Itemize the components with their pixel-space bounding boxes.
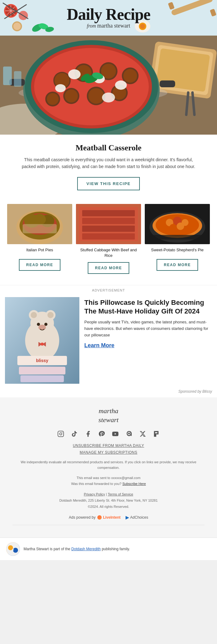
svg-point-37 (123, 69, 137, 83)
footer-legal: Privacy Policy | Terms of Service Dotdas… (12, 491, 205, 510)
adchoices-label: AdChoices (130, 515, 148, 520)
svg-point-105 (60, 433, 62, 435)
header-banner: Daily Recipe from martha stewart (0, 0, 217, 36)
subscribe-here-link[interactable]: Subscribe Here (122, 482, 146, 486)
svg-text:D: D (12, 548, 14, 551)
read-more-btn-2[interactable]: READ MORE (88, 262, 130, 274)
advertisement-section: ADVERTISEMENT (0, 285, 217, 397)
card-image-2 (76, 204, 141, 244)
liveintent-logo[interactable]: LiveIntent (97, 515, 121, 520)
svg-point-66 (33, 214, 46, 225)
svg-text:blissy: blissy (36, 358, 48, 363)
svg-rect-104 (58, 431, 64, 437)
recipe-card-3: Sweet-Potato Shepherd's Pie READ MORE (145, 204, 210, 274)
svg-point-50 (102, 93, 115, 102)
recipe-title: Meatball Casserole (19, 143, 198, 153)
svg-rect-67 (23, 224, 57, 233)
footer-email-info: This email was sent to xxxxxx@gmail.com … (12, 475, 205, 487)
card-title-3: Sweet-Potato Shepherd's Pie (150, 244, 205, 259)
svg-point-94 (37, 323, 40, 326)
recipe-cards-section: Italian Pot Pies READ MORE Stuffed Cabba… (0, 198, 217, 280)
footer-section: martha stewart (0, 397, 217, 537)
svg-point-84 (177, 223, 184, 230)
adchoices-section[interactable]: ▶ AdChoices (126, 515, 148, 520)
ad-sponsored: Sponsored by Blissy (0, 387, 217, 397)
copyright-text: ©2024. All rights Reserved. (12, 504, 205, 510)
ad-label: ADVERTISEMENT (0, 285, 217, 294)
svg-point-39 (65, 89, 78, 102)
meredith-bar-text: Martha Stewart is part of the Dotdash Me… (24, 546, 130, 552)
svg-rect-59 (14, 71, 21, 87)
adchoices-icon: ▶ (126, 515, 129, 520)
ad-image: blissy (5, 297, 79, 384)
email-sent-text: This email was sent to xxxxxx@gmail.com (12, 475, 205, 481)
manage-subscriptions-link[interactable]: MANAGE MY SUBSCRIPTIONS (12, 450, 205, 455)
card-title-2: Stuffed Cabbage With Beef and Rice (76, 244, 141, 262)
dotdash-logo: D (6, 542, 20, 556)
liveintent-text: LiveIntent (103, 515, 121, 520)
ad-headline: This Pillowcase Is Quickly Becoming The … (84, 298, 212, 315)
dotdash-meredith-link[interactable]: Dotdash Meredith (71, 547, 101, 551)
x-twitter-icon[interactable] (139, 430, 146, 437)
svg-rect-75 (76, 204, 141, 244)
learn-more-link[interactable]: Learn More (84, 342, 114, 348)
address-text: Dotdash Meredith, 225 Liberty St. 4th Fl… (12, 498, 205, 504)
hero-image (0, 36, 217, 135)
recipe-info-section: Meatball Casserole This meatball cassero… (0, 135, 217, 198)
svg-rect-1 (168, 2, 175, 10)
header-title-block: Daily Recipe from martha stewart (67, 6, 150, 29)
footer-links-section: UNSUBSCRIBE from Martha Daily MANAGE MY … (12, 443, 205, 455)
svg-point-83 (170, 224, 176, 230)
svg-rect-0 (171, 0, 214, 16)
svg-point-95 (44, 323, 47, 326)
privacy-policy-link[interactable]: Privacy Policy (84, 492, 105, 496)
liveintent-dot (97, 515, 102, 520)
svg-point-17 (13, 23, 21, 30)
footer-disclaimer: We independently evaluate all recommende… (12, 460, 205, 470)
svg-rect-103 (20, 375, 64, 382)
instagram-icon[interactable] (57, 430, 64, 437)
card-image-1 (7, 204, 72, 244)
pinterest-icon[interactable] (98, 430, 105, 437)
recipe-card-2: Stuffed Cabbage With Beef and Rice READ … (76, 204, 141, 274)
threads-icon[interactable] (126, 430, 132, 437)
svg-point-46 (68, 69, 81, 79)
svg-point-106 (62, 432, 63, 433)
svg-rect-85 (149, 235, 205, 240)
email-container: Daily Recipe from martha stewart (0, 0, 217, 560)
card-image-3 (145, 204, 210, 244)
hero-food-svg (0, 36, 217, 135)
facebook-icon[interactable] (85, 430, 91, 437)
svg-point-96 (38, 325, 46, 330)
ads-powered-label: Ads powered by (69, 515, 95, 520)
footer-ads-row: Ads powered by LiveIntent ▶ AdChoices (12, 515, 205, 525)
recipe-card-1: Italian Pot Pies READ MORE (7, 204, 72, 274)
social-icons-row (12, 430, 205, 437)
svg-point-99 (41, 343, 44, 346)
card-title-1: Italian Pot Pies (25, 244, 55, 259)
read-more-btn-3[interactable]: READ MORE (157, 259, 198, 271)
ad-text-content: This Pillowcase Is Quickly Becoming The … (84, 297, 212, 348)
svg-point-41 (88, 88, 104, 104)
svg-point-93 (47, 312, 54, 318)
read-more-btn-1[interactable]: READ MORE (19, 259, 61, 271)
svg-point-45 (47, 93, 59, 105)
unsubscribe-link[interactable]: UNSUBSCRIBE from Martha Daily (12, 443, 205, 448)
svg-rect-55 (160, 80, 175, 87)
ad-content-block: blissy This Pillowcase Is Quickly Becomi… (0, 294, 217, 387)
recipe-description: This meatball casserole is everything yo… (19, 156, 198, 170)
youtube-icon[interactable] (112, 430, 119, 437)
svg-point-29 (34, 48, 149, 125)
terms-link[interactable]: Terms of Service (108, 492, 133, 496)
header-subtitle: from martha stewart (67, 23, 150, 29)
ads-powered-section: Ads powered by LiveIntent (69, 515, 121, 520)
view-recipe-button[interactable]: VIEW THIS RECIPE (77, 177, 140, 190)
svg-point-92 (31, 312, 37, 318)
svg-rect-58 (3, 67, 12, 85)
flipboard-icon[interactable] (153, 430, 160, 437)
svg-point-49 (55, 84, 66, 92)
tiktok-icon[interactable] (71, 430, 78, 437)
svg-rect-2 (210, 9, 217, 17)
footer-logo-text: martha stewart (12, 407, 205, 424)
svg-rect-102 (19, 367, 65, 374)
